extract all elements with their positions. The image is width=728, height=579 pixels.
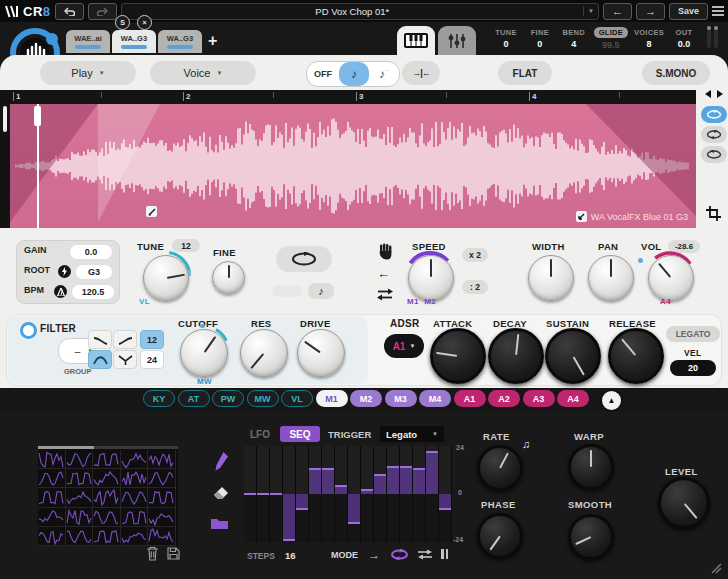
mod-source-vl[interactable]: VL <box>281 390 313 407</box>
seq-step-6[interactable] <box>309 446 321 542</box>
lfo-shape-thumbnail[interactable] <box>93 450 121 469</box>
mod-source-pw[interactable]: PW <box>212 390 244 407</box>
master-param-bend[interactable]: BEND4 <box>560 28 588 49</box>
waveform-display[interactable]: WA VocalFX Blue 01 G3 <box>10 104 696 228</box>
warp-knob[interactable] <box>568 444 614 490</box>
redo-button[interactable] <box>88 3 117 20</box>
seq-step-13[interactable] <box>400 446 412 542</box>
save-button[interactable]: Save <box>669 3 708 20</box>
lfo-shape-thumbnail[interactable] <box>148 508 176 527</box>
drive-knob[interactable] <box>297 329 345 377</box>
master-param-value[interactable]: 0.0 <box>678 39 691 49</box>
tab-lfo[interactable]: LFO <box>250 429 270 440</box>
seq-step-11[interactable] <box>374 446 386 542</box>
speed-mult-button[interactable]: x 2 <box>462 248 488 262</box>
mode-hold-icon[interactable] <box>441 549 448 559</box>
lfo-shape-thumbnail[interactable] <box>93 508 121 527</box>
thumbs-scrollbar[interactable] <box>38 446 178 449</box>
lfo-shape-thumbnail[interactable] <box>93 469 121 488</box>
mod-source-a2[interactable]: A2 <box>488 390 520 407</box>
snap-button[interactable]: →|← <box>402 61 440 85</box>
lfo-shape-thumbnail[interactable] <box>93 527 121 546</box>
master-param-glide[interactable]: GLIDE99.5 <box>594 27 628 50</box>
play-mode-dropdown[interactable]: Play▼ <box>40 61 136 85</box>
save-shape-icon[interactable] <box>167 547 180 560</box>
lfo-shape-thumbnail[interactable] <box>38 469 66 488</box>
mode-loop-icon-selected[interactable] <box>390 549 409 560</box>
lfo-shape-thumbnail[interactable] <box>148 469 176 488</box>
filter-type-lowpass[interactable] <box>88 330 112 349</box>
mod-source-a4[interactable]: A4 <box>557 390 589 407</box>
sync-note-button[interactable]: ♪ <box>339 62 369 86</box>
mod-source-m4[interactable]: M4 <box>419 390 451 407</box>
sync-dotted-note-button[interactable]: ♪·· <box>369 62 399 86</box>
seq-step-3[interactable] <box>270 446 282 542</box>
filter-type-bandpass-selected[interactable] <box>88 350 112 369</box>
fade-edit-handle[interactable] <box>146 206 157 217</box>
lfo-shape-thumbnail[interactable] <box>121 508 149 527</box>
loop-mode-forward-button[interactable] <box>701 106 727 123</box>
keyboard-view-tab[interactable] <box>397 26 435 55</box>
root-value[interactable]: G3 <box>76 265 112 279</box>
eraser-tool-icon[interactable] <box>213 486 230 500</box>
sample-tab-2-active[interactable]: WA..G3 <box>112 30 156 53</box>
trash-icon[interactable] <box>146 546 159 561</box>
swap-direction-icon[interactable] <box>377 288 393 301</box>
lfo-shape-thumbnail[interactable] <box>121 469 149 488</box>
master-param-value[interactable]: 4 <box>571 39 576 49</box>
rate-sync-note-icon[interactable]: ♫ <box>522 438 530 450</box>
prev-preset-button[interactable]: ← <box>603 3 632 20</box>
smono-button[interactable]: S.MONO <box>642 61 710 85</box>
master-param-out[interactable]: OUT0.0 <box>670 28 698 49</box>
seq-step-16[interactable] <box>439 446 451 542</box>
step-sequencer[interactable] <box>244 446 452 542</box>
cutoff-knob[interactable] <box>180 329 228 377</box>
preset-dropdown-caret[interactable]: ▼ <box>583 6 598 16</box>
speed-div-button[interactable]: : 2 <box>462 280 488 294</box>
seq-step-12[interactable] <box>387 446 399 542</box>
menu-icon[interactable] <box>712 4 724 18</box>
width-knob[interactable] <box>528 255 574 301</box>
master-param-tune[interactable]: TUNE0 <box>492 28 520 49</box>
lfo-shape-thumbnail[interactable] <box>121 488 149 507</box>
legato-button[interactable]: LEGATO <box>666 326 720 342</box>
adsr-env-dropdown[interactable]: A1 ▼ <box>384 334 424 358</box>
sample-tab-3[interactable]: WA..G3 <box>158 30 202 53</box>
bpm-detect-icon[interactable] <box>54 285 67 298</box>
master-param-voices[interactable]: VOICES8 <box>634 28 664 49</box>
fine-knob[interactable] <box>212 261 245 294</box>
seq-step-15[interactable] <box>426 446 438 542</box>
seq-step-2[interactable] <box>257 446 269 542</box>
seq-step-4[interactable] <box>283 446 295 542</box>
draw-tool-icon[interactable] <box>214 451 229 472</box>
flat-button[interactable]: FLAT <box>498 61 552 85</box>
resize-corner-icon[interactable] <box>710 562 723 574</box>
master-param-fine[interactable]: FINE0 <box>526 28 554 49</box>
seq-step-9[interactable] <box>348 446 360 542</box>
lfo-shape-thumbnail[interactable] <box>66 488 94 507</box>
mod-source-m2[interactable]: M2 <box>350 390 382 407</box>
attack-knob[interactable] <box>430 328 486 384</box>
loop-sub-button[interactable] <box>272 285 302 297</box>
tab-seq-active[interactable]: SEQ <box>280 426 320 442</box>
phase-knob[interactable] <box>477 513 523 559</box>
sample-tab-1[interactable]: WAE..ai <box>66 30 110 53</box>
master-param-value[interactable]: 8 <box>646 39 651 49</box>
sustain-knob[interactable] <box>545 328 601 384</box>
mod-source-m3[interactable]: M3 <box>385 390 417 407</box>
pan-knob[interactable] <box>588 255 634 301</box>
hand-tool-icon[interactable] <box>377 243 394 260</box>
loop-mode-reverse-button[interactable] <box>701 146 727 163</box>
tab-solo-button[interactable]: S <box>115 15 130 30</box>
filter-type-notch[interactable] <box>113 350 137 369</box>
filter-slope-24-button[interactable]: 24 <box>140 350 164 369</box>
trigger-dropdown[interactable]: Legato▼ <box>380 426 444 442</box>
vol-knob[interactable] <box>648 255 694 301</box>
vel-value[interactable]: 20 <box>670 360 716 376</box>
lfo-shape-thumbnail[interactable] <box>66 450 94 469</box>
loop-mode-pingpong-button[interactable] <box>701 126 727 143</box>
lfo-shape-thumbnail[interactable] <box>121 527 149 546</box>
master-param-value[interactable]: 0 <box>537 39 542 49</box>
filter-enable-toggle[interactable] <box>20 322 37 339</box>
vertical-zoom-handle[interactable] <box>3 106 7 132</box>
